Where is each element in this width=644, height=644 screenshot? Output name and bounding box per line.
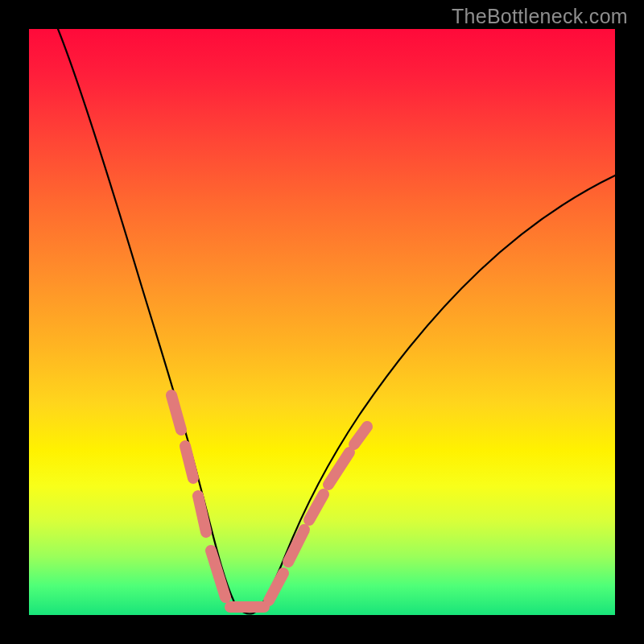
seg-left-3 <box>198 496 206 532</box>
highlight-group <box>171 395 367 607</box>
chart-frame: TheBottleneck.com <box>0 0 644 644</box>
seg-right-4 <box>328 452 349 485</box>
seg-left-4 <box>211 551 225 597</box>
seg-right-5 <box>354 427 367 444</box>
curve-svg <box>29 29 615 615</box>
plot-area <box>29 29 615 615</box>
seg-left-1 <box>171 395 181 430</box>
watermark-text: TheBottleneck.com <box>452 5 628 28</box>
seg-right-2 <box>288 530 304 562</box>
seg-left-2 <box>185 446 193 478</box>
bottleneck-curve <box>58 29 615 613</box>
seg-right-1 <box>269 573 283 601</box>
